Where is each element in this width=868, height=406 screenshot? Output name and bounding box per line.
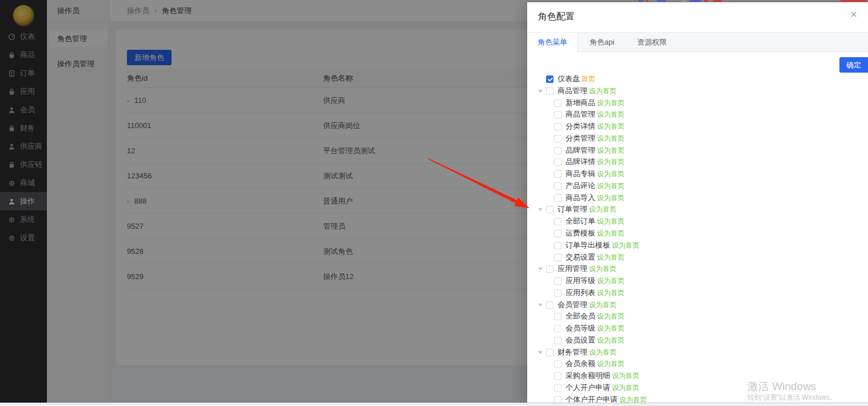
checkbox[interactable]: [554, 182, 562, 190]
tree-item-label: 订单管理: [558, 204, 587, 214]
set-homepage-link[interactable]: 设为首页: [597, 181, 624, 191]
drawer-tab[interactable]: 角色api: [578, 33, 626, 51]
drawer-tabs: 角色菜单角色api资源权限: [527, 33, 868, 52]
set-homepage-link[interactable]: 设为首页: [597, 122, 624, 132]
checkbox[interactable]: [554, 384, 562, 392]
checkbox[interactable]: [554, 254, 562, 261]
tree-item: 全部会员设为首页: [554, 311, 624, 322]
drawer-tab[interactable]: 角色菜单: [527, 33, 578, 52]
checkbox[interactable]: [554, 337, 562, 344]
checkbox[interactable]: [554, 147, 562, 154]
checkbox[interactable]: [554, 170, 562, 178]
tree-item: 交易设置设为首页: [554, 252, 624, 263]
tree-collapse-caret-icon[interactable]: [538, 90, 543, 93]
checkbox[interactable]: [554, 242, 562, 249]
tree-item-label: 财务管理: [558, 347, 587, 357]
set-homepage-link[interactable]: 设为首页: [597, 359, 624, 369]
checkbox[interactable]: [546, 349, 554, 356]
set-homepage-link[interactable]: 设为首页: [612, 383, 639, 393]
checkbox[interactable]: [546, 301, 554, 309]
tree-item: 订单导出模板设为首页: [554, 240, 639, 251]
tree-collapse-caret-icon[interactable]: [538, 208, 543, 211]
checkbox[interactable]: [546, 75, 554, 83]
checkbox[interactable]: [554, 372, 562, 380]
set-homepage-link[interactable]: 设为首页: [589, 205, 616, 214]
checkbox[interactable]: [546, 265, 554, 273]
tree-collapse-caret-icon[interactable]: [538, 304, 543, 307]
set-homepage-link[interactable]: 设为首页: [597, 110, 624, 120]
set-homepage-link[interactable]: 设为首页: [597, 98, 624, 108]
tree-item-label: 个人开户申请: [566, 383, 610, 393]
tree-item: 财务管理设为首页: [538, 347, 616, 358]
checkbox[interactable]: [554, 360, 562, 368]
tree-item-label: 订单导出模板: [566, 240, 610, 250]
role-config-drawer: 角色配置 × 角色菜单角色api资源权限 确定 仪表盘首页商品管理设为首页新增商…: [527, 2, 868, 406]
permission-tree: 仪表盘首页商品管理设为首页新增商品设为首页商品管理设为首页分类详情设为首页分类管…: [527, 73, 868, 406]
checkbox[interactable]: [554, 277, 562, 285]
tree-item: 运费模板设为首页: [554, 228, 624, 239]
tree-item-label: 新增商品: [566, 98, 595, 108]
tree-item: 会员余额设为首页: [554, 358, 624, 369]
set-homepage-link[interactable]: 设为首页: [589, 86, 616, 96]
checkbox[interactable]: [554, 313, 562, 320]
checkbox[interactable]: [554, 289, 562, 297]
tree-item-label: 全部订单: [566, 216, 595, 226]
tree-item: 应用列表设为首页: [554, 287, 624, 298]
set-homepage-link[interactable]: 设为首页: [589, 264, 616, 274]
tree-collapse-caret-icon[interactable]: [538, 351, 543, 354]
tree-item: 采购余额明细设为首页: [554, 370, 639, 381]
tree-item: 分类详情设为首页: [554, 121, 624, 132]
tree-item-label: 全部会员: [566, 311, 595, 321]
checkbox[interactable]: [554, 135, 562, 142]
checkbox[interactable]: [554, 111, 562, 118]
set-homepage-link[interactable]: 设为首页: [612, 371, 639, 381]
tree-item-label: 运费模板: [566, 228, 595, 238]
taskbar-edge: [0, 403, 868, 406]
set-homepage-link[interactable]: 设为首页: [589, 300, 616, 310]
set-homepage-link[interactable]: 设为首页: [612, 241, 639, 250]
tree-item-label: 会员余额: [566, 359, 595, 369]
set-homepage-link[interactable]: 设为首页: [597, 336, 624, 345]
checkbox[interactable]: [554, 123, 562, 130]
set-homepage-link[interactable]: 设为首页: [597, 169, 624, 179]
set-homepage-link[interactable]: 设为首页: [597, 134, 624, 144]
tree-item-label: 分类管理: [566, 133, 595, 144]
drawer-tab[interactable]: 资源权限: [626, 33, 678, 51]
confirm-button[interactable]: 确定: [839, 57, 868, 73]
set-homepage-link[interactable]: 设为首页: [597, 312, 624, 321]
set-homepage-link[interactable]: 设为首页: [597, 146, 624, 156]
drawer-header: 角色配置 ×: [527, 2, 868, 33]
set-homepage-link[interactable]: 设为首页: [597, 157, 624, 167]
checkbox[interactable]: [546, 206, 554, 213]
tree-item-label: 应用列表: [566, 288, 595, 298]
checkbox[interactable]: [546, 87, 554, 95]
tree-item-label: 会员等级: [566, 323, 595, 333]
tree-item: 产品评论设为首页: [554, 180, 624, 192]
tree-item-label: 商品管理: [558, 86, 587, 96]
tree-item: 会员设置设为首页: [554, 335, 624, 346]
checkbox[interactable]: [554, 99, 562, 107]
tree-item-label: 仪表盘: [558, 74, 580, 84]
tree-item-label: 会员设置: [566, 335, 595, 345]
set-homepage-link[interactable]: 设为首页: [597, 217, 624, 226]
close-icon[interactable]: ×: [847, 7, 861, 21]
tree-collapse-caret-icon[interactable]: [538, 268, 543, 270]
checkbox[interactable]: [554, 194, 562, 202]
tree-item: 商品管理设为首页: [554, 109, 624, 120]
set-homepage-link[interactable]: 设为首页: [597, 288, 624, 298]
checkbox[interactable]: [554, 325, 562, 332]
checkbox[interactable]: [554, 158, 562, 166]
tree-item: 会员等级设为首页: [554, 323, 624, 334]
set-homepage-link[interactable]: 设为首页: [597, 229, 624, 238]
set-homepage-link[interactable]: 设为首页: [597, 324, 624, 333]
set-homepage-link[interactable]: 设为首页: [597, 276, 624, 286]
checkbox[interactable]: [554, 230, 562, 237]
tree-item: 品牌详情设为首页: [554, 156, 624, 168]
checkbox[interactable]: [554, 218, 562, 225]
tree-item: 商品专辑设为首页: [554, 168, 624, 180]
set-homepage-link[interactable]: 设为首页: [597, 253, 624, 262]
homepage-badge[interactable]: 首页: [582, 74, 595, 84]
set-homepage-link[interactable]: 设为首页: [589, 348, 616, 357]
set-homepage-link[interactable]: 设为首页: [597, 193, 624, 203]
tree-item-label: 品牌管理: [566, 145, 595, 156]
